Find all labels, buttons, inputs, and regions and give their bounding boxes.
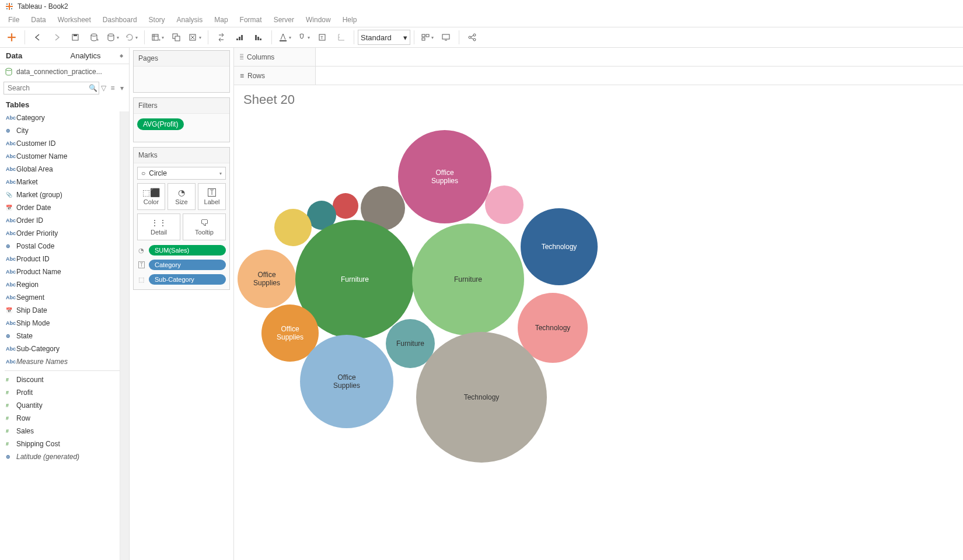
menu-data[interactable]: Data (25, 13, 51, 26)
menu-caret-icon[interactable]: ▾ (118, 83, 125, 93)
menu-map[interactable]: Map (208, 13, 233, 26)
scrollbar[interactable] (120, 111, 129, 560)
menu-dashboard[interactable]: Dashboard (97, 13, 143, 26)
search-input[interactable] (4, 82, 99, 94)
rows-shelf[interactable]: ≡Rows (234, 66, 963, 85)
pages-shelf[interactable]: Pages (133, 50, 230, 93)
new-datasource-icon[interactable]: + (86, 29, 102, 46)
refresh-icon[interactable]: ▾ (123, 29, 139, 46)
field-item[interactable]: 📎Market (group) (0, 188, 129, 201)
pill-label-category[interactable]: 🅃Category (137, 258, 226, 271)
field-item[interactable]: AbcCustomer Name (0, 150, 129, 163)
menu-file[interactable]: File (2, 13, 25, 26)
pill-color-subcategory[interactable]: ⬚Sub-Category (137, 273, 226, 286)
menu-worksheet[interactable]: Worksheet (52, 13, 97, 26)
pill-size-sum-sales[interactable]: ◔SUM(Sales) (137, 244, 226, 257)
field-item[interactable]: AbcProduct Name (0, 265, 129, 278)
bubble-mark[interactable]: Furniture (412, 223, 524, 335)
menu-help[interactable]: Help (337, 13, 363, 26)
field-item[interactable]: AbcSub-Category (0, 342, 129, 355)
show-cards-icon[interactable]: ▾ (419, 29, 435, 46)
menu-story[interactable]: Story (143, 13, 171, 26)
menu-analysis[interactable]: Analysis (171, 13, 209, 26)
sort-desc-icon[interactable] (250, 29, 267, 46)
share-icon[interactable] (464, 29, 480, 46)
marks-size-button[interactable]: ◔Size (168, 183, 196, 210)
bubble-mark[interactable] (333, 193, 358, 219)
tab-analytics[interactable]: Analytics◆ (65, 48, 130, 64)
bubble-label: Technology (464, 393, 500, 401)
field-item[interactable]: #Shipping Cost (0, 438, 129, 450)
filters-shelf[interactable]: Filters AVG(Profit) (133, 97, 230, 142)
highlight-icon[interactable]: ▾ (277, 29, 293, 46)
menu-window[interactable]: Window (300, 13, 337, 26)
fix-axis-icon[interactable] (333, 29, 349, 46)
field-item[interactable]: ⊕Postal Code (0, 240, 129, 253)
swap-icon[interactable] (213, 29, 229, 46)
bubble-label: OfficeSupplies (431, 169, 458, 186)
show-labels-icon[interactable]: T (314, 29, 330, 46)
bubble-mark[interactable]: OfficeSupplies (398, 130, 491, 223)
presentation-icon[interactable] (438, 29, 454, 46)
field-item[interactable]: ⊕City (0, 124, 129, 137)
field-item[interactable]: AbcCustomer ID (0, 137, 129, 150)
field-item[interactable]: #Profit (0, 386, 129, 399)
field-item[interactable]: #Sales (0, 425, 129, 438)
field-item[interactable]: #Quantity (0, 399, 129, 412)
columns-shelf[interactable]: ⦙⦙⦙Columns (234, 48, 963, 66)
menu-server[interactable]: Server (268, 13, 300, 26)
field-item[interactable]: AbcOrder Priority (0, 227, 129, 240)
visualization-canvas[interactable]: OfficeSuppliesOfficeSuppliesFurnitureFur… (234, 112, 963, 560)
search-icon[interactable]: 🔍 (89, 83, 97, 93)
bubble-mark[interactable]: Technology (416, 332, 547, 463)
group-icon[interactable]: ▾ (295, 29, 312, 46)
list-view-icon[interactable]: ≡ (109, 83, 116, 93)
bubble-mark[interactable] (485, 186, 524, 224)
field-item[interactable]: AbcProduct ID (0, 253, 129, 265)
svg-rect-25 (255, 35, 257, 40)
field-item[interactable]: AbcMeasure Names (0, 355, 129, 368)
field-item[interactable]: AbcOrder ID (0, 214, 129, 227)
bubble-mark[interactable]: OfficeSupplies (300, 335, 393, 428)
clear-sheet-icon[interactable]: ▾ (187, 29, 203, 46)
bubble-mark[interactable] (274, 209, 312, 246)
field-list[interactable]: AbcCategory⊕CityAbcCustomer IDAbcCustome… (0, 111, 129, 560)
field-item[interactable]: 📅Ship Date (0, 304, 129, 317)
bubble-mark[interactable]: Technology (521, 208, 598, 285)
field-item[interactable]: ⊕State (0, 330, 129, 342)
field-item[interactable]: AbcGlobal Area (0, 163, 129, 176)
field-item[interactable]: #Row (0, 412, 129, 425)
sort-asc-icon[interactable] (232, 29, 248, 46)
marks-label-button[interactable]: 🅃Label (198, 183, 226, 210)
menu-format[interactable]: Format (234, 13, 268, 26)
marks-detail-button[interactable]: ⋮⋮Detail (137, 214, 180, 240)
tableau-home-icon[interactable] (4, 29, 20, 46)
filter-pill-avg-profit[interactable]: AVG(Profit) (137, 118, 184, 130)
pause-auto-icon[interactable]: ▾ (104, 29, 121, 46)
svg-text:T: T (320, 35, 323, 40)
bubble-mark[interactable]: OfficeSupplies (238, 250, 296, 308)
data-source-row[interactable]: data_connection_practice... (0, 64, 129, 79)
fit-dropdown[interactable]: Standard ▾ (358, 30, 410, 45)
marks-tooltip-button[interactable]: 🗨Tooltip (183, 214, 226, 240)
field-item[interactable]: AbcMarket (0, 176, 129, 188)
field-item[interactable]: AbcSegment (0, 291, 129, 304)
save-icon[interactable] (67, 29, 83, 46)
redo-icon[interactable] (48, 29, 65, 46)
field-item[interactable]: AbcCategory (0, 111, 129, 124)
marks-color-button[interactable]: ⬚⬛Color (137, 183, 165, 210)
tab-data[interactable]: Data (0, 48, 65, 64)
filter-icon[interactable]: ▽ (100, 83, 107, 93)
field-item[interactable]: #Discount (0, 373, 129, 386)
mark-type-dropdown[interactable]: ○ Circle ▾ (137, 167, 226, 180)
new-worksheet-icon[interactable]: +▾ (149, 29, 166, 46)
undo-icon[interactable] (30, 29, 46, 46)
field-item[interactable]: 📅Order Date (0, 201, 129, 214)
field-item[interactable]: AbcShip Mode (0, 317, 129, 330)
svg-text:+: + (158, 37, 160, 42)
field-item[interactable]: ⊕Latitude (generated) (0, 450, 129, 463)
duplicate-icon[interactable] (168, 29, 184, 46)
field-item[interactable]: AbcRegion (0, 278, 129, 291)
sheet-title[interactable]: Sheet 20 (234, 85, 963, 112)
field-name: Quantity (16, 401, 43, 410)
